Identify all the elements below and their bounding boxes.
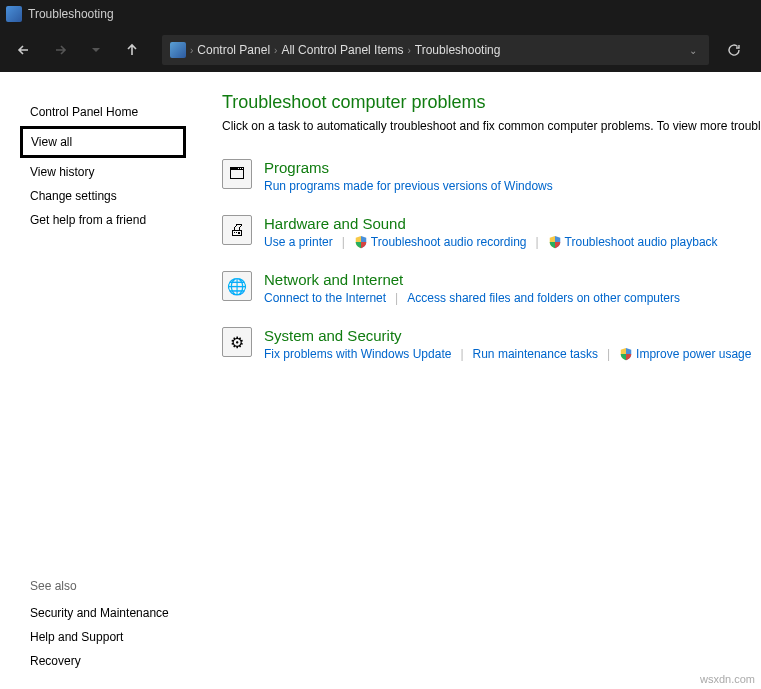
breadcrumb-item[interactable]: Control Panel xyxy=(197,43,270,57)
sidebar-link[interactable]: View all xyxy=(20,126,186,158)
titlebar: Troubleshooting xyxy=(0,0,761,28)
see-also-link[interactable]: Help and Support xyxy=(26,625,200,649)
address-icon xyxy=(170,42,186,58)
category-title[interactable]: Network and Internet xyxy=(264,271,761,288)
task-label: Troubleshoot audio recording xyxy=(371,235,527,249)
breadcrumb-item[interactable]: Troubleshooting xyxy=(415,43,501,57)
task-link[interactable]: Fix problems with Windows Update xyxy=(264,347,451,361)
separator: | xyxy=(535,235,538,249)
content: Control Panel HomeView allView historyCh… xyxy=(0,72,761,689)
task-label: Run maintenance tasks xyxy=(473,347,598,361)
sidebar-link[interactable]: Get help from a friend xyxy=(26,208,200,232)
task-link[interactable]: Run maintenance tasks xyxy=(473,347,598,361)
forward-button[interactable] xyxy=(46,36,74,64)
chevron-right-icon: › xyxy=(274,45,277,56)
recent-dropdown[interactable] xyxy=(82,36,110,64)
chevron-right-icon: › xyxy=(407,45,410,56)
category-icon: 🖨 xyxy=(222,215,252,245)
category: 🗔ProgramsRun programs made for previous … xyxy=(222,159,761,193)
task-label: Access shared files and folders on other… xyxy=(407,291,680,305)
see-also-label: See also xyxy=(26,574,200,601)
task-link[interactable]: Connect to the Internet xyxy=(264,291,386,305)
separator: | xyxy=(607,347,610,361)
category-icon: 🌐 xyxy=(222,271,252,301)
task-link[interactable]: Improve power usage xyxy=(619,347,751,361)
separator: | xyxy=(395,291,398,305)
see-also-link[interactable]: Recovery xyxy=(26,649,200,673)
sidebar-link[interactable]: Change settings xyxy=(26,184,200,208)
page-subtitle: Click on a task to automatically trouble… xyxy=(222,119,761,133)
see-also-link[interactable]: Security and Maintenance xyxy=(26,601,200,625)
task-link[interactable]: Troubleshoot audio playback xyxy=(548,235,718,249)
category: 🖨Hardware and SoundUse a printer|Trouble… xyxy=(222,215,761,249)
chevron-right-icon: › xyxy=(190,45,193,56)
category-title[interactable]: System and Security xyxy=(264,327,761,344)
task-link[interactable]: Use a printer xyxy=(264,235,333,249)
task-link[interactable]: Troubleshoot audio recording xyxy=(354,235,527,249)
refresh-button[interactable] xyxy=(717,35,751,65)
sidebar-link[interactable]: Control Panel Home xyxy=(26,100,200,124)
address-dropdown[interactable]: ⌄ xyxy=(685,45,701,56)
shield-icon xyxy=(548,235,562,249)
task-link[interactable]: Access shared files and folders on other… xyxy=(407,291,680,305)
task-label: Improve power usage xyxy=(636,347,751,361)
main: Troubleshoot computer problems Click on … xyxy=(200,72,761,689)
separator: | xyxy=(460,347,463,361)
task-label: Fix problems with Windows Update xyxy=(264,347,451,361)
task-label: Use a printer xyxy=(264,235,333,249)
breadcrumb-item[interactable]: All Control Panel Items xyxy=(281,43,403,57)
category: ⚙System and SecurityFix problems with Wi… xyxy=(222,327,761,361)
sidebar-link[interactable]: View history xyxy=(26,160,200,184)
page-title: Troubleshoot computer problems xyxy=(222,92,761,113)
up-button[interactable] xyxy=(118,36,146,64)
task-label: Troubleshoot audio playback xyxy=(565,235,718,249)
category-links: Connect to the Internet|Access shared fi… xyxy=(264,291,761,305)
navbar: › Control Panel › All Control Panel Item… xyxy=(0,28,761,72)
category-icon: ⚙ xyxy=(222,327,252,357)
address-bar[interactable]: › Control Panel › All Control Panel Item… xyxy=(162,35,709,65)
task-link[interactable]: Run programs made for previous versions … xyxy=(264,179,553,193)
category-links: Use a printer|Troubleshoot audio recordi… xyxy=(264,235,761,249)
category: 🌐Network and InternetConnect to the Inte… xyxy=(222,271,761,305)
separator: | xyxy=(342,235,345,249)
shield-icon xyxy=(619,347,633,361)
shield-icon xyxy=(354,235,368,249)
category-links: Fix problems with Windows Update|Run mai… xyxy=(264,347,761,361)
category-icon: 🗔 xyxy=(222,159,252,189)
window-title: Troubleshooting xyxy=(28,7,114,21)
sidebar: Control Panel HomeView allView historyCh… xyxy=(0,72,200,689)
task-label: Connect to the Internet xyxy=(264,291,386,305)
category-title[interactable]: Hardware and Sound xyxy=(264,215,761,232)
app-icon xyxy=(6,6,22,22)
watermark: wsxdn.com xyxy=(700,673,755,685)
back-button[interactable] xyxy=(10,36,38,64)
task-label: Run programs made for previous versions … xyxy=(264,179,553,193)
category-links: Run programs made for previous versions … xyxy=(264,179,761,193)
category-title[interactable]: Programs xyxy=(264,159,761,176)
